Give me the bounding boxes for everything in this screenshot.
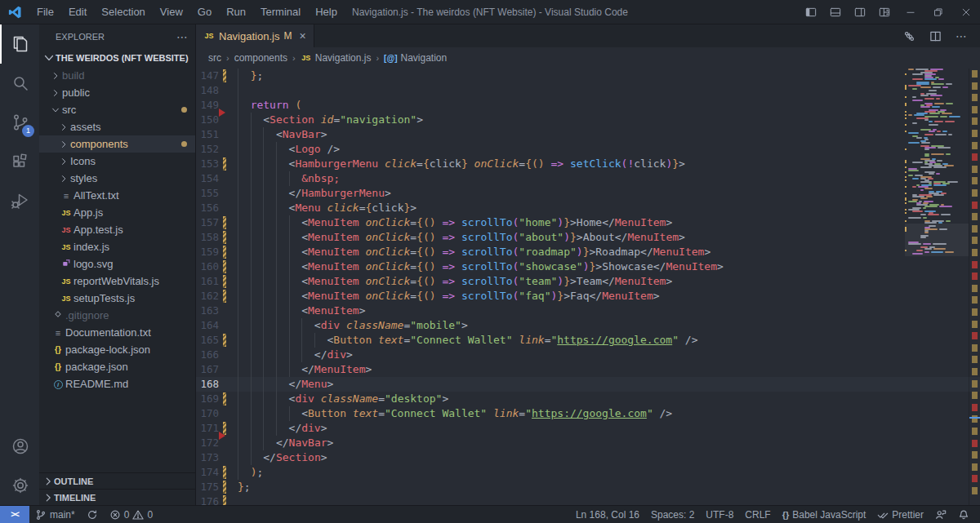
remote-indicator[interactable]: ><	[0, 506, 29, 523]
editor-more-actions-icon[interactable]: ⋯	[956, 29, 968, 42]
explorer-more-actions-icon[interactable]: ⋯	[176, 30, 189, 43]
line-gutter[interactable]: 163	[196, 304, 238, 318]
toggle-secondary-sidebar-icon[interactable]	[853, 6, 866, 19]
code-line-151[interactable]: 151<NavBar>	[196, 127, 905, 142]
menu-edit[interactable]: Edit	[61, 0, 94, 24]
split-editor-icon[interactable]	[929, 30, 942, 42]
code-line-149[interactable]: 149return (	[196, 98, 905, 113]
breadcrumb-src[interactable]: src	[208, 52, 221, 64]
activity-search[interactable]	[0, 64, 39, 103]
code-line-167[interactable]: 167</MenuItem>	[196, 362, 905, 377]
code-line-148[interactable]: 148	[196, 83, 905, 98]
tree-file-readme-md[interactable]: iREADME.md	[39, 375, 195, 392]
activity-settings[interactable]	[0, 466, 39, 505]
status-feedback[interactable]	[929, 506, 952, 523]
status-cursor-position[interactable]: Ln 168, Col 16	[570, 506, 645, 523]
tree-file-setuptests-js[interactable]: JSsetupTests.js	[39, 290, 195, 307]
line-gutter[interactable]: 166	[196, 348, 238, 362]
tree-file-app-test-js[interactable]: JSApp.test.js	[39, 221, 195, 238]
tree-file-documentation-txt[interactable]: ≡Documentation.txt	[39, 324, 195, 341]
menu-view[interactable]: View	[153, 0, 190, 24]
code-line-156[interactable]: 156<Menu click={click}>	[196, 201, 905, 215]
code-line-175[interactable]: 175};	[196, 480, 905, 494]
line-gutter[interactable]: 160	[196, 259, 238, 274]
tree-folder-build[interactable]: build	[39, 67, 195, 84]
tree-folder-assets[interactable]: assets	[39, 118, 195, 135]
code-line-160[interactable]: 160<MenuItem onClick={() => scrollTo("sh…	[196, 259, 905, 274]
tree-file-package-json[interactable]: {}package.json	[39, 358, 195, 375]
line-gutter[interactable]: 153	[196, 157, 238, 171]
line-gutter[interactable]: 168	[196, 377, 238, 392]
line-gutter[interactable]: 165	[196, 333, 238, 348]
tree-file--gitignore[interactable]: .gitignore	[39, 307, 195, 324]
minimap[interactable]	[905, 69, 969, 505]
line-gutter[interactable]: 154	[196, 171, 238, 186]
line-gutter[interactable]: 175	[196, 480, 238, 494]
problems-status[interactable]: 0 0	[104, 506, 158, 523]
tree-file-alltext-txt[interactable]: ≡AllText.txt	[39, 187, 195, 204]
code-line-155[interactable]: 155</HamburgerMenu>	[196, 186, 905, 201]
menu-run[interactable]: Run	[219, 0, 253, 24]
activity-source-control[interactable]: 1	[0, 103, 39, 142]
line-gutter[interactable]: 148	[196, 83, 238, 98]
code-line-163[interactable]: 163<MenuItem>	[196, 304, 905, 318]
code-line-176[interactable]: 176	[196, 494, 905, 505]
tree-folder-styles[interactable]: styles	[39, 170, 195, 187]
code-line-172[interactable]: 172</NavBar>	[196, 436, 905, 450]
menu-file[interactable]: File	[29, 0, 61, 24]
code-line-164[interactable]: 164<div className="mobile">	[196, 318, 905, 333]
menu-selection[interactable]: Selection	[94, 0, 152, 24]
code-line-150[interactable]: 150<Section id="navigation">	[196, 113, 905, 127]
activity-explorer[interactable]	[0, 24, 39, 64]
minimize-button[interactable]	[897, 0, 924, 24]
line-gutter[interactable]: 155	[196, 186, 238, 201]
tree-folder-components[interactable]: components	[39, 135, 195, 153]
minimap-slider[interactable]	[905, 224, 969, 256]
line-gutter[interactable]: 172	[196, 436, 238, 450]
tab-navigation-js[interactable]: JS Navigation.js M ×	[196, 24, 314, 47]
breadcrumb-navigation[interactable]: [@]Navigation	[384, 52, 447, 64]
code-line-171[interactable]: 171</div>	[196, 421, 905, 436]
code-line-161[interactable]: 161<MenuItem onClick={() => scrollTo("te…	[196, 274, 905, 289]
restore-button[interactable]	[924, 0, 952, 24]
code-line-174[interactable]: 174);	[196, 465, 905, 480]
line-gutter[interactable]: 159	[196, 245, 238, 259]
status-formatter[interactable]: Prettier	[871, 506, 929, 523]
activity-run-debug[interactable]	[0, 181, 39, 220]
breadcrumb-components[interactable]: components	[234, 52, 287, 64]
menu-go[interactable]: Go	[190, 0, 219, 24]
line-gutter[interactable]: 157	[196, 215, 238, 230]
code-line-154[interactable]: 154&nbsp;	[196, 171, 905, 186]
status-language-mode[interactable]: {}Babel JavaScript	[777, 506, 872, 523]
code-line-158[interactable]: 158<MenuItem onClick={() => scrollTo("ab…	[196, 230, 905, 245]
tree-file-logo-svg[interactable]: logo.svg	[39, 255, 195, 273]
code-line-168[interactable]: 168</Menu>	[196, 377, 905, 392]
tree-folder-public[interactable]: public	[39, 84, 195, 101]
git-branch-status[interactable]: main*	[29, 506, 81, 523]
tree-file-reportwebvitals-js[interactable]: JSreportWebVitals.js	[39, 273, 195, 290]
section-outline[interactable]: OUTLINE	[39, 472, 195, 489]
code-line-157[interactable]: 157<MenuItem onClick={() => scrollTo("ho…	[196, 215, 905, 230]
code-line-169[interactable]: 169<div className="desktop">	[196, 392, 905, 406]
tree-file-index-js[interactable]: JSindex.js	[39, 238, 195, 255]
menu-terminal[interactable]: Terminal	[253, 0, 308, 24]
activity-accounts[interactable]	[0, 427, 39, 466]
code-editor[interactable]: 147};148149return (150<Section id="navig…	[196, 69, 980, 505]
code-line-153[interactable]: 153<HamburgerMenu click={click} onClick=…	[196, 157, 905, 171]
line-gutter[interactable]: 152	[196, 142, 238, 157]
code-area[interactable]: 147};148149return (150<Section id="navig…	[196, 69, 905, 505]
sync-status[interactable]	[81, 506, 104, 523]
line-gutter[interactable]: 170	[196, 406, 238, 421]
line-gutter[interactable]: 162	[196, 289, 238, 304]
status-indentation[interactable]: Spaces: 2	[645, 506, 700, 523]
tree-file-app-js[interactable]: JSApp.js	[39, 204, 195, 221]
section-timeline[interactable]: TIMELINE	[39, 489, 195, 505]
code-line-166[interactable]: 166</div>	[196, 348, 905, 362]
code-line-162[interactable]: 162<MenuItem onClick={() => scrollTo("fa…	[196, 289, 905, 304]
activity-extensions[interactable]	[0, 142, 39, 181]
line-gutter[interactable]: 169	[196, 392, 238, 406]
line-gutter[interactable]: 151	[196, 127, 238, 142]
line-gutter[interactable]: 161	[196, 274, 238, 289]
tree-folder-icons[interactable]: Icons	[39, 153, 195, 170]
line-gutter[interactable]: 150	[196, 113, 238, 127]
